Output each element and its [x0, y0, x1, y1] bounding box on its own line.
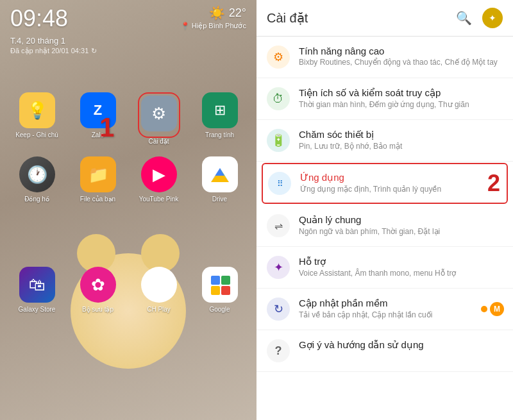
refresh-icon: ↻: [91, 47, 97, 55]
search-icon[interactable]: 🔍: [456, 10, 472, 26]
app-keep[interactable]: 💡 Keep - Ghi chú: [12, 92, 63, 145]
clock-icon: 🕐: [19, 156, 55, 192]
quan-ly-text: Quản lý chung Ngôn ngữ và bàn phím, Thời…: [299, 214, 503, 236]
settings-item-ho-tro[interactable]: ✦ Hỗ trợ Voice Assistant, Âm thanh mono,…: [256, 247, 513, 289]
date-text: T.4, 20 tháng 1: [10, 36, 246, 46]
app-galaxy[interactable]: 🛍 Galaxy Store: [12, 267, 63, 313]
svg-rect-4: [211, 276, 220, 285]
app-files[interactable]: 📁 File của bạn: [72, 156, 124, 203]
cap-nhat-title: Cập nhật phần mềm: [299, 298, 503, 309]
settings-item-quan-ly[interactable]: ⇌ Quản lý chung Ngôn ngữ và bàn phím, Th…: [256, 205, 513, 247]
app-row-3: 🛍 Galaxy Store ✿ Bộ sưu tập ▶ CH Play Go…: [0, 267, 256, 313]
bst-label: Bộ sưu tập: [82, 306, 114, 313]
ung-dung-icon: ⠿: [268, 172, 291, 195]
settings-item-tien-ich[interactable]: ⏱ Tiện ích số và kiểm soát truy cập Thời…: [256, 78, 513, 120]
cham-soc-icon: 🔋: [267, 129, 290, 152]
phone-screen: 09:48 ☀️ 22° 📍 Hiệp Bình Phước T.4, 20 t…: [0, 0, 256, 420]
files-icon: 📁: [80, 156, 116, 192]
ho-tro-icon: ✦: [267, 256, 290, 279]
youtube-pink-icon: ▶: [141, 156, 177, 192]
drive-icon: [202, 156, 238, 192]
quan-ly-title: Quản lý chung: [299, 214, 503, 226]
google-label: Google: [209, 306, 230, 313]
ung-dung-title: Ứng dụng: [300, 172, 501, 183]
tinh-nang-text: Tính năng nâng cao Bixby Routines, Chuyể…: [299, 46, 503, 67]
update-badge-M: M: [490, 302, 504, 316]
settings-panel-title: Cài đặt: [267, 10, 308, 26]
settings-header: Cài đặt 🔍 ✦: [256, 0, 513, 37]
sheets-label: Trang tính: [205, 131, 234, 139]
ho-tro-subtitle: Voice Assistant, Âm thanh mono, menu Hỗ …: [299, 269, 503, 278]
settings-item-tinh-nang[interactable]: ⚙ Tính năng nâng cao Bixby Routines, Chu…: [256, 37, 513, 78]
youtube-pink-label: YouTube Pink: [139, 196, 179, 203]
app-google[interactable]: Google: [194, 267, 246, 313]
app-youtube-pink[interactable]: ▶ YouTube Pink: [133, 156, 185, 203]
tien-ich-text: Tiện ích số và kiểm soát truy cập Thời g…: [299, 87, 503, 109]
ho-tro-text: Hỗ trợ Voice Assistant, Âm thanh mono, m…: [299, 256, 503, 278]
settings-item-cham-soc[interactable]: 🔋 Chăm sóc thiết bị Pin, Lưu trữ, Bộ nhớ…: [256, 120, 513, 162]
clock-time: 09:48: [10, 5, 68, 32]
tinh-nang-icon: ⚙: [267, 46, 290, 69]
goi-y-title: Gợi ý và hướng dẫn sử dụng: [299, 339, 503, 351]
app-sheets[interactable]: ⊞ Trang tính: [194, 92, 246, 145]
clock-label: Đồng hồ: [24, 196, 49, 203]
settings-panel: Cài đặt 🔍 ✦ ⚙ Tính năng nâng cao Bixby R…: [256, 0, 513, 420]
temperature: 22°: [229, 6, 246, 20]
update-badge: [481, 306, 487, 312]
app-drive[interactable]: Drive: [194, 156, 246, 203]
keep-icon: 💡: [19, 92, 55, 128]
galaxy-icon: 🛍: [19, 267, 55, 303]
quan-ly-icon: ⇌: [267, 214, 290, 237]
header-icons: 🔍 ✦: [456, 8, 503, 28]
ung-dung-subtitle: Ứng dụng mặc định, Trình quản lý quyền: [300, 185, 501, 194]
svg-rect-7: [221, 286, 230, 295]
settings-item-goi-y[interactable]: ? Gợi ý và hướng dẫn sử dụng: [256, 330, 513, 372]
location-pin-icon: 📍: [181, 22, 190, 30]
chplay-icon: ▶: [141, 267, 177, 303]
tinh-nang-title: Tính năng nâng cao: [299, 46, 503, 56]
settings-item-cap-nhat[interactable]: ↻ Cập nhật phần mềm Tải về bản cập nhật,…: [256, 289, 513, 330]
google-icon: [202, 267, 238, 303]
app-settings[interactable]: ⚙ Cài đặt: [133, 92, 185, 145]
cap-nhat-icon: ↻: [267, 298, 290, 321]
app-row-2: 🕐 Đồng hồ 📁 File của bạn ▶ YouTube Pink …: [0, 156, 256, 203]
ung-dung-text: Ứng dụng Ứng dụng mặc định, Trình quản l…: [300, 172, 501, 194]
tien-ich-subtitle: Thời gian màn hình, Đếm giờ ứng dụng, Th…: [299, 100, 503, 109]
status-bar: 09:48 ☀️ 22° 📍 Hiệp Bình Phước: [0, 0, 256, 35]
app-row-1: 💡 Keep - Ghi chú Z Zalo ⚙ Cài đặt ⊞ Tran…: [0, 92, 256, 145]
settings-list: ⚙ Tính năng nâng cao Bixby Routines, Chu…: [256, 37, 513, 420]
ho-tro-title: Hỗ trợ: [299, 256, 503, 267]
app-chplay[interactable]: ▶ CH Play: [133, 267, 185, 313]
cap-nhat-subtitle: Tải về bản cập nhật, Cập nhật lần cuối: [299, 310, 503, 319]
weather-icon: ☀️: [209, 5, 225, 21]
avatar[interactable]: ✦: [482, 8, 503, 28]
location-info: 📍 Hiệp Bình Phước: [181, 22, 246, 30]
settings-label: Cài đặt: [148, 138, 169, 145]
update-text: Đã cập nhật 20/01 04:31 ↻: [10, 47, 246, 55]
quan-ly-subtitle: Ngôn ngữ và bàn phím, Thời gian, Đặt lại: [299, 227, 503, 236]
step1-label: 1: [99, 112, 114, 143]
update-label: Đã cập nhật 20/01 04:31: [10, 47, 88, 55]
cham-soc-subtitle: Pin, Lưu trữ, Bộ nhớ, Bảo mật: [299, 142, 503, 151]
tien-ich-icon: ⏱: [267, 87, 290, 110]
sheets-icon: ⊞: [202, 92, 238, 128]
keep-label: Keep - Ghi chú: [15, 131, 58, 139]
avatar-icon: ✦: [489, 13, 496, 23]
cham-soc-text: Chăm sóc thiết bị Pin, Lưu trữ, Bộ nhớ, …: [299, 129, 503, 151]
app-clock[interactable]: 🕐 Đồng hồ: [12, 156, 63, 203]
cham-soc-title: Chăm sóc thiết bị: [299, 129, 503, 140]
svg-marker-3: [211, 176, 229, 182]
settings-icon: ⚙: [141, 96, 177, 131]
settings-item-ung-dung[interactable]: ⠿ Ứng dụng Ứng dụng mặc định, Trình quản…: [262, 163, 508, 204]
svg-rect-5: [221, 276, 230, 285]
drive-label: Drive: [212, 196, 227, 203]
svg-rect-6: [211, 286, 220, 295]
galaxy-label: Galaxy Store: [19, 306, 56, 313]
tinh-nang-subtitle: Bixby Routines, Chuyển động và thao tác,…: [299, 58, 503, 67]
weather-widget: ☀️ 22° 📍 Hiệp Bình Phước: [181, 5, 246, 30]
location-text: Hiệp Bình Phước: [192, 22, 246, 30]
app-zalo[interactable]: Z Zalo: [72, 92, 124, 145]
date-bar: T.4, 20 tháng 1 Đã cập nhật 20/01 04:31 …: [0, 35, 256, 60]
tien-ich-title: Tiện ích số và kiểm soát truy cập: [299, 87, 503, 99]
app-bst[interactable]: ✿ Bộ sưu tập: [72, 267, 124, 313]
